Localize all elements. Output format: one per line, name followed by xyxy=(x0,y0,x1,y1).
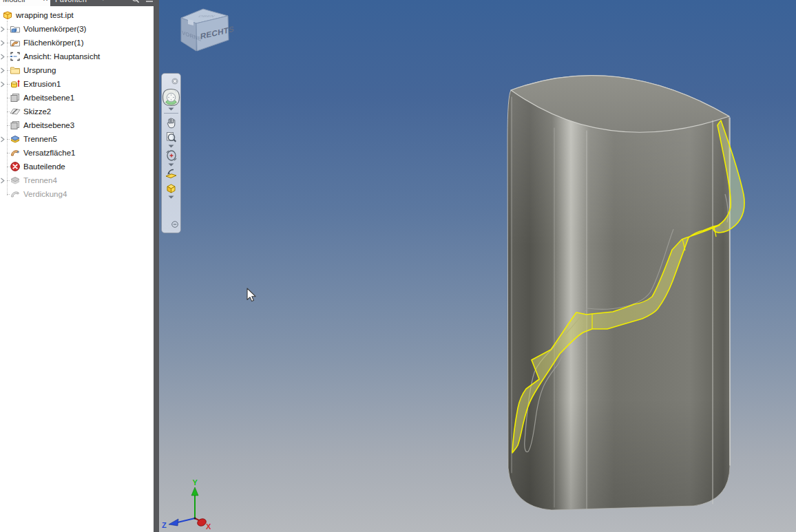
tree-item-label: Volumenkörper(3) xyxy=(23,25,86,33)
tree-row[interactable]: Extrusion1 xyxy=(0,77,154,91)
chevron-down-icon[interactable] xyxy=(168,195,174,199)
tree-item-label: Bauteilende xyxy=(23,162,65,171)
tree-item-label: Versatzfläche1 xyxy=(23,149,75,157)
split-feature-icon xyxy=(10,175,21,186)
view-cube-tool-button[interactable] xyxy=(165,182,178,195)
expand-arrow-icon[interactable] xyxy=(0,95,7,101)
tree-row[interactable]: Versatzfläche1 xyxy=(0,146,154,160)
tree-item-label: Flächenkörper(1) xyxy=(23,39,84,47)
model-column[interactable] xyxy=(507,76,730,510)
tree-row[interactable]: wrapping test.ipt xyxy=(0,8,154,22)
tree-item-label: Extrusion1 xyxy=(23,80,61,88)
expand-arrow-icon[interactable] xyxy=(0,26,7,32)
browser-tab-bar: Modell ✕ Favoriten ▼ xyxy=(0,0,159,6)
main-view-icon xyxy=(10,51,21,62)
view-cube[interactable]: OBEN VORNE RECHTS xyxy=(173,4,238,63)
tree-item-label: Skizze2 xyxy=(23,107,51,116)
expand-arrow-icon[interactable] xyxy=(0,40,7,46)
pan-button[interactable] xyxy=(165,116,178,129)
navbar-customize-button[interactable] xyxy=(171,218,178,231)
chevron-down-icon[interactable] xyxy=(168,145,174,148)
tree-item-label: Ursprung xyxy=(23,66,56,74)
chevron-down-icon[interactable] xyxy=(168,107,174,111)
favorites-tab-label: Favoriten xyxy=(50,0,87,3)
split-feature-icon xyxy=(10,134,21,145)
extrusion-icon xyxy=(10,78,21,89)
expand-arrow-icon[interactable] xyxy=(0,178,7,184)
viewport-3d[interactable]: OBEN VORNE RECHTS xyxy=(159,0,796,532)
tree-row[interactable]: Trennen4 xyxy=(0,173,154,187)
tab-favorites[interactable]: Favoriten ▼ xyxy=(50,0,159,6)
chevron-down-icon[interactable]: ▼ xyxy=(101,0,106,2)
tree-item-label: Arbeitsebene3 xyxy=(23,121,74,129)
navigation-bar[interactable] xyxy=(161,73,181,233)
scene-canvas[interactable] xyxy=(159,0,796,532)
orbit-button[interactable] xyxy=(165,149,178,162)
origin-folder-icon xyxy=(10,65,21,76)
menu-icon[interactable] xyxy=(145,0,154,3)
sketch-icon xyxy=(10,106,21,117)
chevron-down-icon[interactable] xyxy=(168,163,174,167)
tree-row[interactable]: Volumenkörper(3) xyxy=(0,22,154,36)
view-cube-top-label: OBEN xyxy=(197,14,216,18)
zoom-button[interactable] xyxy=(165,131,178,144)
z-axis-label: Z xyxy=(162,521,167,529)
tree-item-label: Trennen4 xyxy=(23,176,57,184)
look-at-button[interactable] xyxy=(165,167,178,180)
z-axis-arrow xyxy=(169,519,178,526)
expand-arrow-icon[interactable] xyxy=(0,123,7,129)
model-browser-panel: Modell ✕ Favoriten ▼ xyxy=(0,0,154,532)
steering-wheel-button[interactable] xyxy=(162,88,180,107)
tree-row[interactable]: Arbeitsebene3 xyxy=(0,118,154,132)
tree-row[interactable]: Trennen5 xyxy=(0,132,154,146)
feature-tree: wrapping test.ipt Volumenkörper(3) Fläch… xyxy=(0,8,154,201)
x-axis-label: X xyxy=(206,522,211,531)
tree-item-label: Ansicht: Hauptansicht xyxy=(23,52,100,61)
mouse-cursor xyxy=(247,288,260,304)
tree-item-label: Trennen5 xyxy=(23,135,57,143)
part-document-icon xyxy=(2,10,13,21)
tree-row[interactable]: Ansicht: Hauptansicht xyxy=(0,50,154,63)
work-plane-icon xyxy=(10,92,21,103)
expand-arrow-icon[interactable] xyxy=(0,150,7,156)
expand-arrow-icon[interactable] xyxy=(0,109,7,115)
tree-row[interactable]: Ursprung xyxy=(0,63,154,77)
expand-arrow-icon[interactable] xyxy=(0,81,7,87)
tree-row[interactable]: Skizze2 xyxy=(0,105,154,118)
navbar-divider xyxy=(164,113,178,114)
navbar-close-button[interactable] xyxy=(171,75,178,87)
tab-model[interactable]: Modell ✕ xyxy=(0,0,50,6)
expand-arrow-icon[interactable] xyxy=(0,67,7,74)
tree-row[interactable]: Flächenkörper(1) xyxy=(0,36,154,50)
tree-item-label: Verdickung4 xyxy=(23,190,67,198)
offset-surface-icon xyxy=(10,189,21,200)
offset-surface-icon xyxy=(10,147,21,158)
expand-arrow-icon[interactable] xyxy=(0,136,7,142)
panel-splitter[interactable] xyxy=(154,0,159,532)
tree-item-label: Arbeitsebene1 xyxy=(23,94,74,102)
tree-row[interactable]: Bauteilende xyxy=(0,160,154,173)
y-axis-arrow xyxy=(191,487,198,496)
expand-arrow-icon[interactable] xyxy=(0,164,7,170)
end-of-part-icon xyxy=(10,161,21,172)
tree-row[interactable]: Verdickung4 xyxy=(0,187,154,201)
y-axis-label: Y xyxy=(193,478,198,487)
work-plane-icon xyxy=(10,120,21,131)
expand-arrow-icon[interactable] xyxy=(0,191,7,198)
tree-item-label: wrapping test.ipt xyxy=(16,11,74,19)
tree-row[interactable]: Arbeitsebene1 xyxy=(0,91,154,105)
surface-bodies-folder-icon xyxy=(10,37,21,48)
search-icon[interactable] xyxy=(132,0,140,3)
close-icon[interactable]: ✕ xyxy=(41,0,50,3)
coordinate-triad: Y Z X xyxy=(159,478,235,532)
expand-arrow-icon[interactable] xyxy=(0,54,7,60)
solid-bodies-folder-icon xyxy=(10,23,21,34)
model-tab-label: Modell xyxy=(0,0,41,3)
